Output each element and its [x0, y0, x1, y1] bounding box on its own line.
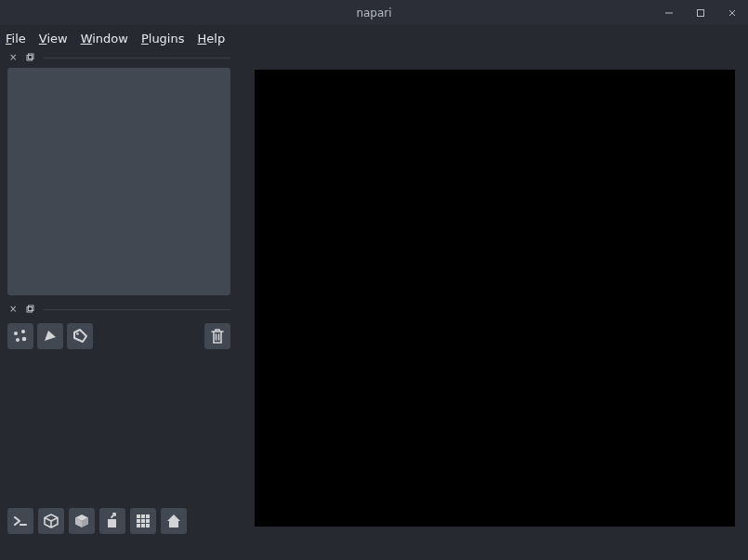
dock-header-divider — [44, 309, 230, 310]
trash-icon — [208, 327, 227, 345]
viewer-buttons — [7, 508, 187, 534]
layer-list-dock-header: × — [7, 303, 230, 316]
status-bar — [0, 536, 748, 560]
reset-view-button[interactable] — [161, 508, 187, 534]
toggle-console-button[interactable] — [7, 508, 33, 534]
svg-point-8 — [22, 337, 27, 342]
svg-point-7 — [16, 338, 20, 342]
points-icon — [11, 327, 30, 345]
layer-controls-dock-header: × — [7, 51, 230, 64]
dock-close-button[interactable]: × — [9, 305, 17, 314]
svg-rect-20 — [146, 524, 150, 527]
svg-rect-19 — [141, 524, 145, 527]
layer-list[interactable] — [7, 349, 230, 534]
window-maximize-button[interactable] — [685, 0, 716, 25]
menubar: File View Window Plugins Help — [0, 25, 748, 51]
layer-buttons — [7, 323, 230, 349]
svg-point-10 — [76, 332, 79, 335]
maximize-icon — [696, 8, 705, 18]
console-icon — [11, 512, 30, 530]
dock-header-divider — [44, 58, 230, 59]
new-labels-layer-button[interactable] — [67, 323, 93, 349]
menu-plugins[interactable]: Plugins — [141, 32, 185, 46]
svg-rect-3 — [27, 306, 33, 312]
canvas[interactable] — [255, 70, 735, 527]
svg-rect-16 — [141, 519, 145, 523]
float-icon — [26, 305, 34, 313]
close-icon — [728, 8, 737, 18]
svg-rect-12 — [137, 514, 140, 518]
delete-layer-button[interactable] — [204, 323, 230, 349]
svg-rect-4 — [29, 306, 34, 311]
svg-rect-17 — [146, 519, 150, 523]
left-dock-area: × × — [7, 51, 230, 534]
svg-rect-2 — [29, 54, 34, 59]
menu-help[interactable]: Help — [198, 32, 226, 46]
transpose-icon — [103, 512, 122, 530]
float-icon — [26, 53, 34, 61]
svg-point-5 — [14, 332, 18, 335]
toggle-ndisplay-button[interactable] — [38, 508, 64, 534]
new-shapes-layer-button[interactable] — [37, 323, 63, 349]
svg-rect-15 — [137, 519, 140, 523]
svg-rect-18 — [137, 524, 140, 527]
window-minimize-button[interactable] — [653, 0, 685, 25]
svg-marker-9 — [45, 331, 56, 341]
dock-float-button[interactable] — [26, 53, 34, 63]
cube-outline-icon — [42, 512, 60, 530]
svg-rect-13 — [141, 514, 145, 518]
app-title: napari — [356, 7, 391, 20]
cube-solid-icon — [72, 512, 91, 530]
dock-close-button[interactable]: × — [9, 53, 17, 62]
roll-dimensions-button[interactable] — [69, 508, 95, 534]
window-close-button[interactable] — [716, 0, 748, 25]
menu-file[interactable]: File — [6, 32, 26, 46]
menu-view[interactable]: View — [39, 32, 68, 46]
svg-rect-11 — [108, 519, 116, 527]
dock-float-button[interactable] — [26, 305, 34, 315]
menu-window[interactable]: Window — [81, 32, 128, 46]
svg-rect-0 — [698, 9, 704, 16]
svg-rect-14 — [146, 514, 150, 518]
main-content: × × — [0, 51, 748, 560]
minimize-icon — [664, 8, 674, 18]
new-points-layer-button[interactable] — [7, 323, 33, 349]
window-controls — [653, 0, 748, 25]
transpose-dimensions-button[interactable] — [99, 508, 125, 534]
grid-icon — [134, 512, 152, 530]
window-titlebar: napari — [0, 0, 748, 25]
labels-icon — [71, 327, 89, 345]
toggle-grid-button[interactable] — [130, 508, 156, 534]
svg-rect-1 — [27, 55, 33, 60]
svg-point-6 — [21, 330, 25, 333]
shapes-icon — [41, 327, 59, 345]
layer-controls-panel — [7, 68, 230, 295]
home-icon — [164, 512, 183, 530]
